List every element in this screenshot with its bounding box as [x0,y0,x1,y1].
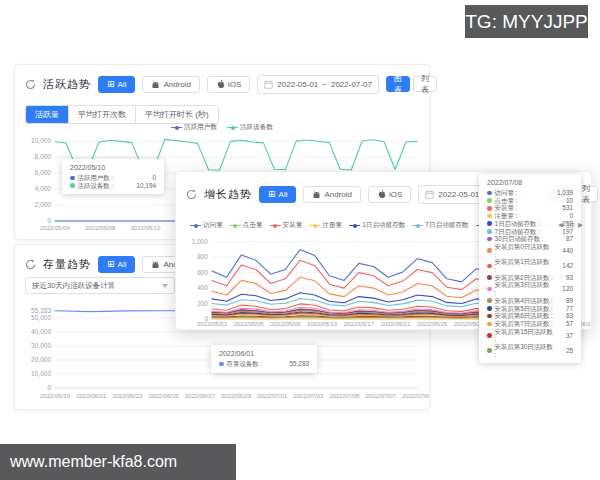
tab-avg-open-count[interactable]: 平均打开次数 [69,106,136,123]
chart-legend: 访问量点击量安装量注册量1日启动留存数7日启动留存数30日启动留存数安装后第0日… [190,221,553,230]
refresh-icon[interactable] [25,79,36,90]
chart-view-button[interactable]: 图表 [386,76,410,92]
legend-prev-icon[interactable]: ◀ [558,221,563,229]
svg-text:2022/05/21: 2022/05/21 [380,321,411,327]
android-icon [151,80,160,89]
svg-text:40,000: 40,000 [31,328,51,335]
legend-marker-icon [309,223,320,228]
legend-item[interactable]: 安装量 [270,221,303,230]
svg-text:30,000: 30,000 [31,342,51,349]
tab-active-volume[interactable]: 活跃量 [26,106,69,123]
legend-marker-icon [349,223,360,228]
svg-text:2022/07/09: 2022/07/09 [402,393,429,399]
svg-text:0: 0 [47,217,51,224]
tooltip-row: 注册量 :0 [487,212,573,220]
legend-next-icon[interactable]: ▶ [578,221,583,229]
svg-text:55,283: 55,283 [31,307,51,314]
legend-item[interactable]: 1日启动留存数 [349,221,405,230]
platform-all-button[interactable]: ⊞ All [98,256,135,273]
svg-text:0: 0 [47,384,51,391]
legend-marker-icon [412,223,423,228]
date-range-picker[interactable]: 2022-05-01 ~ 2022-06-21 [418,185,540,204]
metric-tabs: 活跃量 平均打开次数 平均打开时长 (秒) [25,105,219,124]
grid-icon: ⊞ [107,260,115,269]
legend-label: 安装量 [283,221,303,230]
tooltip-label: 安装后第30日活跃数 : [495,343,555,358]
svg-text:2022/06/27: 2022/06/27 [185,393,216,399]
legend-label: 7日启动留存数 [425,221,468,230]
platform-android-button[interactable]: Android [303,186,361,203]
legend-item[interactable]: 安装后第0日活跃数 [543,221,554,230]
legend-marker-icon [270,223,281,228]
svg-text:8,000: 8,000 [35,153,52,160]
list-view-button[interactable]: 列表 [574,186,598,202]
svg-text:2022/05/08: 2022/05/08 [85,225,116,231]
svg-text:6,000: 6,000 [35,169,52,176]
chart-legend: 活跃用户数活跃设备数 [15,123,429,132]
tooltip-value: 37 [558,332,573,340]
legend-item[interactable]: 30日启动留存数 [476,221,536,230]
date-range-picker[interactable]: 2022-05-01 ~ 2022-07-07 [257,75,379,94]
list-view-button[interactable]: 列表 [413,76,437,92]
calc-mode-select[interactable]: 按近30天内活跃设备计算 [25,277,175,294]
date-range-end: 2022-06-21 [492,190,533,199]
svg-text:20,000: 20,000 [31,356,51,363]
date-range-separator: ~ [483,190,488,199]
refresh-icon[interactable] [25,259,36,270]
svg-text:2022/05/09: 2022/05/09 [270,321,301,327]
tooltip-row: 安装后第15日活跃数 :37 [487,328,573,343]
tooltip-label: 注册量 : [495,212,518,220]
svg-text:2022/05/13: 2022/05/13 [307,321,338,327]
panel-title: 活跃趋势 [43,77,91,92]
svg-text:2022/07/07: 2022/07/07 [366,393,397,399]
svg-text:2022/05/04: 2022/05/04 [40,225,71,231]
platform-ios-button[interactable]: iOS [207,76,250,93]
apple-icon [216,79,225,89]
svg-text:400: 400 [197,284,208,291]
chart-view-button[interactable]: 图表 [547,186,571,202]
svg-text:4,000: 4,000 [35,185,52,192]
tab-avg-open-duration[interactable]: 平均打开时长 (秒) [136,106,218,123]
view-toggle: 图表 列表 [386,76,437,92]
legend-marker-icon [227,125,238,130]
tooltip-row: 安装量 :531 [487,204,573,212]
svg-text:600: 600 [197,269,208,276]
panel-growth-trend: 增长趋势 ⊞ All Android iOS 2 [175,171,592,330]
platform-all-button[interactable]: ⊞ All [259,186,296,203]
legend-pager: ◀ 1/2 ▶ [558,221,583,229]
svg-text:200: 200 [197,300,208,307]
legend-marker-icon [190,223,201,228]
svg-text:2022/07/05: 2022/07/05 [330,393,361,399]
legend-item[interactable]: 活跃用户数 [171,123,217,132]
svg-text:2022/06/19: 2022/06/19 [40,393,71,399]
platform-all-button[interactable]: ⊞ All [98,76,135,93]
refresh-icon[interactable] [186,189,197,200]
legend-item[interactable]: 点击量 [230,221,263,230]
apple-icon [377,189,386,199]
legend-item[interactable]: 注册量 [309,221,342,230]
legend-item[interactable]: 7日启动留存数 [412,221,468,230]
tooltip-label: 安装量 : [495,204,518,212]
svg-text:2022/06/02: 2022/06/02 [491,321,522,327]
platform-ios-button[interactable]: iOS [368,186,411,203]
legend-item[interactable]: 访问量 [190,221,223,230]
growth-trend-chart[interactable]: 02004006008001,0002022/05/012022/05/0520… [176,232,591,328]
platform-ios-label: iOS [228,80,241,89]
panel-header: 活跃趋势 ⊞ All Android iOS 2 [25,75,421,93]
platform-all-label: All [118,80,127,89]
calc-mode-value: 按近30天内活跃设备计算 [32,281,115,291]
grid-icon: ⊞ [107,80,115,89]
tooltip-value: 0 [561,212,573,220]
tooltip-value: 531 [554,204,573,212]
legend-label: 访问量 [203,221,223,230]
legend-label: 点击量 [243,221,263,230]
legend-marker-icon [171,125,182,130]
legend-item[interactable]: 活跃设备数 [227,123,273,132]
platform-android-button[interactable]: Android [142,76,200,93]
svg-text:10,000: 10,000 [31,137,51,144]
legend-marker-icon [476,223,487,228]
svg-text:800: 800 [197,253,208,260]
legend-marker-icon [230,223,241,228]
svg-text:2022/05/25: 2022/05/25 [417,321,448,327]
series-dot-icon [487,333,492,338]
